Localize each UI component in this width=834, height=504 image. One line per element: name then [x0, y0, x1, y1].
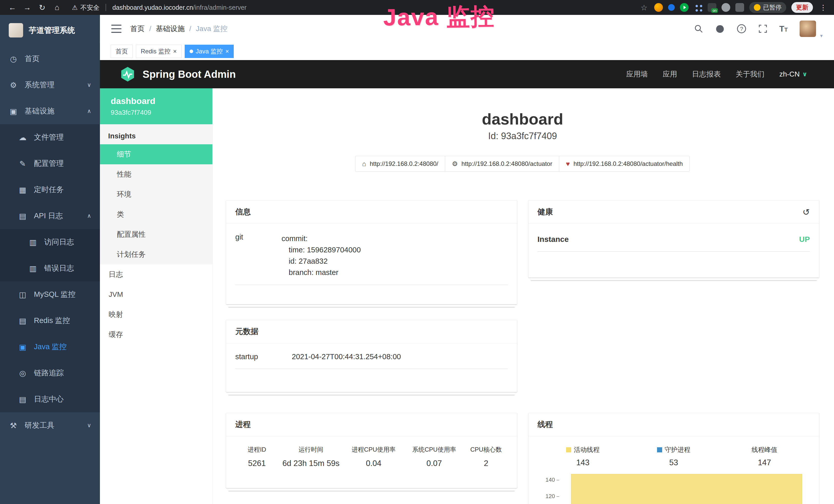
cloud-icon: ☁: [18, 133, 27, 142]
chevron-down-icon: ∨: [87, 422, 91, 429]
forward-button[interactable]: →: [21, 2, 34, 13]
sidebar-item-config-management[interactable]: ✎ 配置管理: [0, 151, 100, 177]
metadata-key: startup: [235, 352, 292, 361]
sidebar-item-mysql-monitor[interactable]: ◫ MySQL 监控: [0, 281, 100, 307]
paused-label: 已暂停: [763, 3, 782, 12]
font-size-icon[interactable]: TT: [779, 24, 788, 33]
active-tab-dot: [190, 49, 193, 53]
actuator-url-button[interactable]: ⚙ http://192.168.0.2:48080/actuator: [445, 156, 559, 172]
close-icon[interactable]: ×: [225, 48, 229, 54]
instance-header[interactable]: dashboard 93a3fc7f7409: [100, 88, 213, 124]
health-status-badge: UP: [799, 235, 810, 244]
back-button[interactable]: ←: [6, 2, 19, 13]
sidebar-item-api-logs[interactable]: ▤ API 日志 ∧: [0, 203, 100, 229]
sidebar-item-home[interactable]: ◷ 首页: [0, 46, 100, 72]
gear-icon: ⚙: [9, 81, 18, 90]
chrome-update-button[interactable]: 更新: [791, 2, 813, 13]
breadcrumb: 首页 / 基础设施 / Java 监控: [130, 24, 227, 33]
sba-nav-applications[interactable]: 应用: [663, 69, 677, 79]
sidebar-item-dev-tools[interactable]: ⚒ 研发工具 ∨: [0, 412, 100, 438]
sba-menu-details[interactable]: 细节: [100, 144, 213, 164]
card-title: 进程: [235, 419, 251, 430]
sba-menu-jvm[interactable]: JVM: [100, 284, 213, 304]
sba-menu-mappings[interactable]: 映射: [100, 304, 213, 324]
sidebar-item-scheduled-tasks[interactable]: ▦ 定时任务: [0, 177, 100, 203]
tab-home[interactable]: 首页: [111, 45, 133, 58]
card-title: 健康: [537, 207, 553, 217]
sba-menu-scheduled-tasks[interactable]: 计划任务: [100, 245, 213, 265]
app-logo[interactable]: 芋道管理系统: [0, 15, 100, 46]
profile-paused-chip[interactable]: 已暂停: [749, 2, 786, 13]
page-subtitle: Id: 93a3fc7f7409: [226, 131, 819, 141]
sba-brand[interactable]: Spring Boot Admin: [119, 66, 236, 83]
sba-menu-classes[interactable]: 类: [100, 204, 213, 224]
cards-left-column: 信息 git commit: time: 1596289704000 id: 2…: [226, 201, 517, 504]
sidebar-item-file-management[interactable]: ☁ 文件管理: [0, 124, 100, 151]
tab-redis-monitor[interactable]: Redis 监控 ×: [136, 45, 182, 58]
on-badge: on: [711, 8, 718, 13]
extension-icon[interactable]: [654, 3, 663, 12]
help-icon[interactable]: ?: [737, 24, 746, 33]
process-card: 进程 进程ID 运行时间 进程CPU使用率 系统CPU使用率 CPU核心数 52…: [226, 413, 517, 488]
hamburger-icon[interactable]: [111, 25, 122, 33]
security-chip[interactable]: ⚠ 不安全: [72, 3, 100, 12]
history-icon[interactable]: ↺: [803, 207, 810, 217]
address-bar[interactable]: dashboard.yudao.iocoder.cn/infra/admin-s…: [112, 4, 247, 11]
tab-java-monitor[interactable]: Java 监控 ×: [185, 45, 234, 58]
bookmark-star-icon[interactable]: ☆: [641, 3, 648, 12]
sidebar-item-redis-monitor[interactable]: ▤ Redis 监控: [0, 307, 100, 334]
language-selector[interactable]: zh-CN ∨: [779, 70, 807, 78]
service-url-button[interactable]: ⌂ http://192.168.0.2:48080/: [355, 156, 445, 172]
process-table: 进程ID 运行时间 进程CPU使用率 系统CPU使用率 CPU核心数 5261 …: [235, 445, 508, 468]
sidebar-item-trace[interactable]: ◎ 链路追踪: [0, 360, 100, 386]
dashboard-icon: ◷: [9, 54, 18, 63]
sba-nav-about[interactable]: 关于我们: [736, 69, 764, 79]
home-button[interactable]: ⌂: [50, 2, 64, 13]
sba-nav-wallboard[interactable]: 应用墙: [626, 69, 648, 79]
monitor-icon: ▣: [18, 343, 27, 351]
extension-grid-icon[interactable]: [694, 3, 702, 12]
close-icon[interactable]: ×: [173, 48, 177, 54]
breadcrumb-infrastructure[interactable]: 基础设施: [156, 24, 185, 33]
sidebar-item-access-logs[interactable]: ▥ 访问日志: [0, 229, 100, 255]
breadcrumb-separator: /: [149, 25, 151, 33]
instance-links: ⌂ http://192.168.0.2:48080/ ⚙ http://192…: [226, 156, 819, 172]
sba-menu-logs[interactable]: 日志: [100, 265, 213, 284]
column-header: 系统CPU使用率: [404, 445, 464, 454]
extension-icon[interactable]: on: [708, 3, 716, 12]
sidebar-item-infrastructure[interactable]: ▣ 基础设施 ∧: [0, 98, 100, 124]
chevron-up-icon: ∧: [87, 212, 91, 219]
sba-menu-metrics[interactable]: 性能: [100, 164, 213, 184]
health-row[interactable]: Instance UP: [537, 233, 810, 252]
toolbar-divider: [106, 4, 106, 11]
github-icon[interactable]: [715, 24, 725, 33]
extensions-puzzle-icon[interactable]: [736, 3, 744, 12]
spring-boot-logo-icon: [119, 66, 136, 83]
fullscreen-icon[interactable]: [758, 24, 767, 33]
sba-nav-journal[interactable]: 日志报表: [692, 69, 721, 79]
sidebar-item-error-logs[interactable]: ▥ 错误日志: [0, 255, 100, 281]
process-uptime: 6d 23h 15m 59s: [279, 459, 344, 468]
search-icon[interactable]: [694, 24, 703, 33]
reload-button[interactable]: ↻: [36, 2, 49, 13]
info-row-git: git commit: time: 1596289704000 id: 27aa…: [235, 233, 508, 285]
sba-menu-config-props[interactable]: 配置属性: [100, 224, 213, 245]
health-url-button[interactable]: ♥ http://192.168.0.2:48080/actuator/heal…: [559, 156, 690, 172]
sba-menu-caches[interactable]: 缓存: [100, 324, 213, 345]
extension-icon[interactable]: [668, 4, 675, 11]
threads-chart: 140 120 100: [537, 477, 810, 504]
user-avatar[interactable]: [799, 21, 816, 37]
column-header: CPU核心数: [464, 445, 507, 454]
extension-icon[interactable]: [722, 3, 730, 12]
sba-menu-environment[interactable]: 环境: [100, 184, 213, 204]
app-title: 芋道管理系统: [29, 25, 75, 36]
breadcrumb-home[interactable]: 首页: [130, 24, 145, 33]
sidebar-item-system-management[interactable]: ⚙ 系统管理 ∨: [0, 72, 100, 98]
chrome-menu-icon[interactable]: ⋮: [818, 3, 828, 12]
cards-grid: 信息 git commit: time: 1596289704000 id: 2…: [226, 201, 819, 504]
sidebar-item-java-monitor[interactable]: ▣ Java 监控: [0, 334, 100, 360]
sidebar-item-log-center[interactable]: ▤ 日志中心: [0, 386, 100, 412]
card-title: 信息: [235, 207, 251, 217]
extension-icon[interactable]: [680, 3, 688, 12]
card-title: 线程: [537, 419, 553, 430]
